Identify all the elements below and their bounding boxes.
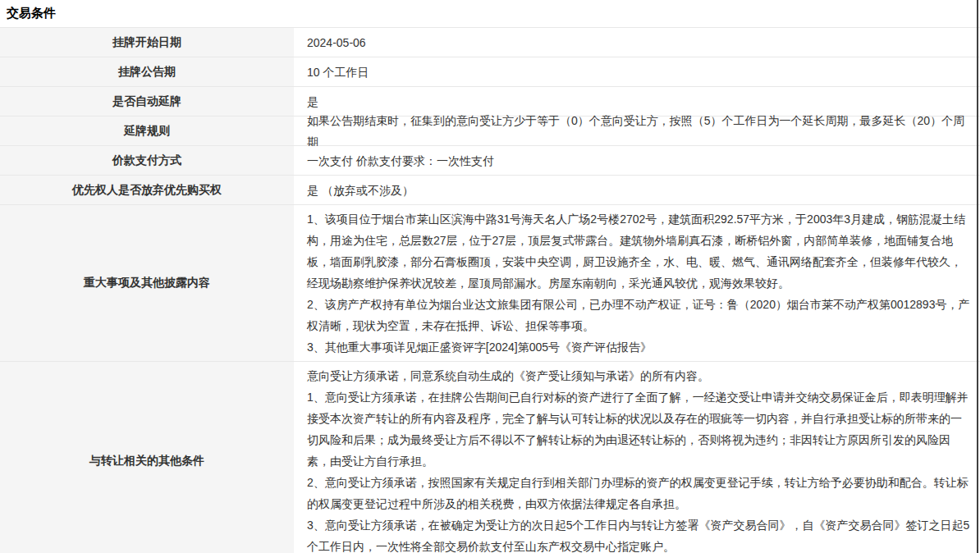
table-row: 延牌规则 如果公告期结束时，征集到的意向受让方少于等于（0）个意向受让方，按照（… [0,117,980,146]
row-label-preemptive-right-waiver: 优先权人是否放弃优先购买权 [0,176,295,204]
page-title: 交易条件 [7,6,56,21]
table-row: 挂牌开始日期 2024-05-06 [0,28,980,57]
row-label-major-matters-disclosure: 重大事项及其他披露内容 [0,205,295,361]
row-value-announcement-period: 10 个工作日 [295,57,980,86]
row-label-payment-method: 价款支付方式 [0,146,295,175]
row-label-announcement-period: 挂牌公告期 [0,57,295,86]
transaction-conditions-page: 交易条件 挂牌开始日期 2024-05-06 挂牌公告期 10 个工作日 是否自… [0,0,980,553]
table-row: 挂牌公告期 10 个工作日 [0,57,980,87]
table-row: 价款支付方式 一次支付 价款支付要求：一次性支付 [0,146,980,176]
row-value-other-transfer-conditions: 意向受让方须承诺，同意系统自动生成的《资产受让须知与承诺》的所有内容。 1、意向… [295,362,980,553]
conditions-table: 挂牌开始日期 2024-05-06 挂牌公告期 10 个工作日 是否自动延牌 是… [0,27,980,553]
row-label-listing-start-date: 挂牌开始日期 [0,28,295,57]
row-value-payment-method: 一次支付 价款支付要求：一次性支付 [295,146,980,175]
table-row: 与转让相关的其他条件 意向受让方须承诺，同意系统自动生成的《资产受让须知与承诺》… [0,362,980,553]
row-value-listing-start-date: 2024-05-06 [295,28,980,57]
row-value-major-matters-disclosure: 1、该项目位于烟台市莱山区滨海中路31号海天名人广场2号楼2702号，建筑面积2… [295,205,980,361]
section-header: 交易条件 [0,0,980,27]
table-row: 重大事项及其他披露内容 1、该项目位于烟台市莱山区滨海中路31号海天名人广场2号… [0,205,980,362]
row-label-extension-rule: 延牌规则 [0,117,295,145]
row-label-other-transfer-conditions: 与转让相关的其他条件 [0,362,295,553]
row-value-preemptive-right-waiver: 是 （放弃或不涉及） [295,176,980,204]
table-row: 优先权人是否放弃优先购买权 是 （放弃或不涉及） [0,176,980,205]
row-value-extension-rule: 如果公告期结束时，征集到的意向受让方少于等于（0）个意向受让方，按照（5）个工作… [295,117,980,145]
row-label-auto-extension: 是否自动延牌 [0,87,295,116]
window-edge-line [977,0,978,553]
